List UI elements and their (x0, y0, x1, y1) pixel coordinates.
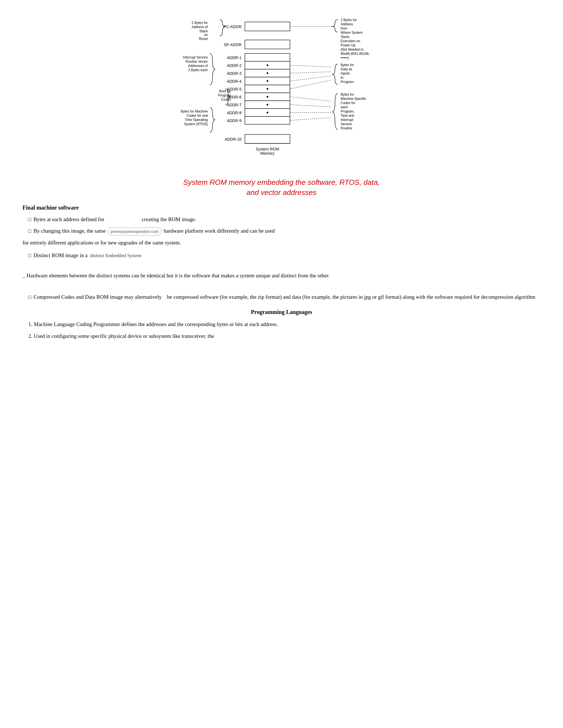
svg-text:System (RTOS): System (RTOS) (184, 122, 208, 126)
svg-line-67 (290, 80, 331, 89)
svg-text:SP-ADDR: SP-ADDR (224, 42, 241, 47)
svg-text:to: to (341, 76, 344, 80)
prog-lang-heading: Programming Languages (23, 307, 540, 317)
svg-point-26 (266, 72, 268, 74)
svg-line-80 (290, 118, 331, 120)
svg-text:ADDR-2: ADDR-2 (227, 63, 241, 68)
svg-text:Starts: Starts (341, 35, 349, 39)
svg-rect-6 (245, 85, 290, 93)
numbered-list: Machine Language Coding Programmer defin… (34, 320, 540, 341)
checkbox-4: □ (28, 293, 31, 302)
svg-text:(Not Needed in: (Not Needed in (341, 48, 364, 51)
svg-text:Memory: Memory (260, 151, 275, 156)
svg-text:ADDR-1: ADDR-1 (227, 55, 241, 60)
svg-text:Bytes for Machine: Bytes for Machine (181, 109, 208, 113)
svg-line-78 (290, 105, 331, 107)
svg-rect-7 (245, 93, 290, 101)
svg-text:Interrupt: Interrupt (341, 118, 353, 122)
svg-text:ADDR-5: ADDR-5 (227, 87, 241, 91)
svg-text:each: each (341, 105, 348, 109)
svg-point-28 (266, 88, 268, 90)
svg-text:ADDR-3: ADDR-3 (227, 71, 241, 76)
svg-rect-10 (245, 116, 290, 124)
svg-text:Boot up: Boot up (219, 89, 231, 93)
svg-text:Task and: Task and (341, 114, 354, 118)
svg-text:Machine Specific: Machine Specific (341, 97, 366, 101)
svg-point-25 (266, 64, 268, 66)
svg-text:2 Bytes each: 2 Bytes each (188, 68, 208, 72)
bullet-item-2: □ By changing this image, the same previ… (23, 226, 540, 236)
list-item-2: Used in configuring some specific physic… (34, 331, 540, 341)
svg-point-27 (266, 80, 268, 82)
svg-text:ADDR-8: ADDR-8 (227, 111, 241, 115)
svg-text:ADDR-9: ADDR-9 (227, 118, 241, 123)
content-section: Final machine software □ Bytes at each a… (23, 203, 540, 341)
svg-text:Power Up: Power Up (341, 43, 356, 47)
svg-line-64 (290, 65, 331, 67)
svg-rect-11 (245, 134, 290, 143)
diagram-svg: PC-ADDR SP-ADDR ADDR-1 ADDR-2 ADDR-3 ADD… (166, 17, 397, 174)
svg-text:Routine: Routine (341, 126, 353, 130)
svg-text:••••••): ••••••) (341, 56, 349, 60)
svg-line-66 (290, 76, 331, 81)
svg-text:Stack: Stack (199, 29, 208, 33)
svg-text:on: on (204, 33, 208, 37)
svg-text:Address of: Address of (192, 25, 208, 29)
bullet4-text: Compressed Codes and Data ROM image may … (33, 292, 535, 302)
svg-text:Codes: Codes (221, 98, 231, 102)
svg-text:Program,: Program, (341, 109, 355, 113)
svg-text:80x86,8051,80196,: 80x86,8051,80196, (341, 52, 370, 56)
svg-text:Reset: Reset (199, 37, 208, 41)
bullet2-text: By changing this image, the same previou… (33, 226, 275, 236)
svg-text:PC-ADDR: PC-ADDR (223, 24, 241, 29)
svg-text:Interrupt Service: Interrupt Service (183, 55, 208, 59)
svg-rect-2 (245, 53, 290, 61)
svg-text:Address: Address (341, 22, 353, 26)
final-machine-heading: Final machine software (23, 203, 540, 212)
svg-text:Data as: Data as (341, 67, 352, 71)
checkbox-2: □ (28, 227, 31, 236)
svg-text:ADDR-10: ADDR-10 (225, 137, 241, 141)
svg-point-30 (266, 104, 268, 105)
svg-text:Routine Vector: Routine Vector (185, 60, 208, 64)
svg-rect-0 (245, 22, 290, 31)
svg-text:Bytes for: Bytes for (341, 63, 354, 67)
svg-rect-5 (245, 77, 290, 85)
bullet3-text: Distinct ROM image in a distinct Embedde… (33, 251, 141, 260)
svg-text:2 Bytes for: 2 Bytes for (192, 21, 208, 25)
list-item-1: Machine Language Coding Programmer defin… (34, 320, 540, 329)
svg-point-29 (266, 96, 268, 98)
svg-text:Execution on: Execution on (341, 39, 360, 43)
svg-text:Service: Service (341, 122, 352, 126)
svg-text:Inputs: Inputs (341, 71, 350, 75)
svg-text:Program: Program (218, 93, 231, 97)
bullet1-text: Bytes at each address defined for creati… (33, 215, 196, 224)
svg-text:Bytes for: Bytes for (341, 93, 354, 96)
checkbox-3: □ (28, 251, 31, 260)
diagram-title: System ROM memory embedding the software… (23, 177, 540, 198)
svg-line-65 (290, 72, 331, 73)
svg-text:ADDR-4: ADDR-4 (227, 79, 241, 84)
svg-line-77 (290, 97, 331, 101)
para-2: _ Hardware elements between the distinct… (23, 271, 540, 280)
para-1: for entirely different applications or f… (23, 238, 540, 247)
svg-rect-8 (245, 101, 290, 109)
diagram-section: PC-ADDR SP-ADDR ADDR-1 ADDR-2 ADDR-3 ADD… (23, 17, 540, 174)
svg-text:System ROM: System ROM (255, 147, 279, 151)
title-line2: and vector addresses (246, 188, 317, 197)
watermark: previousyearsquestion.com (108, 228, 161, 236)
checkbox-1: □ (28, 215, 31, 224)
svg-text:Codes for real: Codes for real (187, 114, 208, 118)
svg-text:ADDR-7: ADDR-7 (227, 103, 241, 107)
svg-text:from: from (341, 26, 347, 30)
bullet-item-1: □ Bytes at each address defined for crea… (23, 215, 540, 224)
svg-text:Time Operating: Time Operating (185, 118, 208, 122)
svg-text:Addresses of: Addresses of (188, 64, 208, 68)
svg-text:ADDR-6: ADDR-6 (227, 95, 241, 99)
svg-text:Where System: Where System (341, 31, 363, 35)
svg-point-31 (266, 112, 268, 113)
svg-rect-9 (245, 109, 290, 116)
svg-rect-3 (245, 61, 290, 69)
bullet-item-3: □ Distinct ROM image in a distinct Embed… (23, 251, 540, 260)
bullet-item-4: □ Compressed Codes and Data ROM image ma… (23, 292, 540, 302)
